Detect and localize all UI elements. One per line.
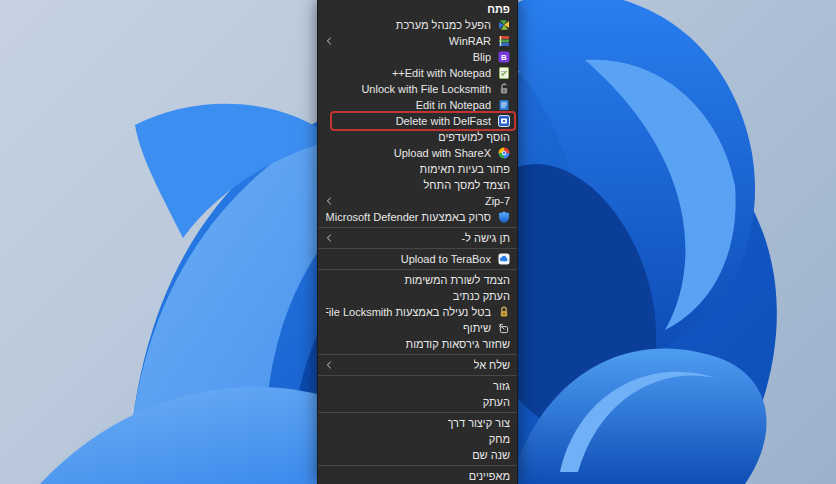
menu-item-label: בטל נעילה באמצעות File Locksmith xyxy=(326,304,491,320)
menu-item-restore-previous-versions[interactable]: שחזור גירסאות קודמות xyxy=(318,336,517,352)
notepad-plus-plus-icon xyxy=(498,67,510,79)
lock-icon xyxy=(498,306,510,318)
menu-item-label: שנה שם xyxy=(472,447,510,463)
menu-item-label: Blip xyxy=(473,49,491,65)
menu-item-disable-lock-with-file-locksmith[interactable]: בטל נעילה באמצעות File Locksmith xyxy=(318,304,517,320)
menu-item-label: הצמד למסך התחל xyxy=(423,177,510,193)
menu-item-label: פתור בעיות תאימות xyxy=(420,161,510,177)
menu-item-edit-with-notepad-plus-plus[interactable]: Edit with Notepad++ xyxy=(318,65,517,81)
run-as-admin-icon xyxy=(498,19,510,31)
menu-item-label: שלח אל xyxy=(474,357,510,373)
blip-icon: B xyxy=(498,51,510,63)
menu-separator xyxy=(318,375,517,376)
notepad-icon xyxy=(498,99,510,111)
terabox-icon xyxy=(498,253,510,265)
winrar-icon xyxy=(498,35,510,47)
menu-item-label: Edit in Notepad xyxy=(416,97,491,113)
menu-item-create-shortcut[interactable]: צור קיצור דרך xyxy=(318,415,517,431)
menu-item-label: פתח xyxy=(487,1,510,17)
share-icon xyxy=(498,322,510,334)
menu-item-edit-in-notepad[interactable]: Edit in Notepad xyxy=(318,97,517,113)
menu-separator xyxy=(318,465,517,466)
menu-item-label: Delete with DelFast xyxy=(396,113,491,129)
menu-item-properties[interactable]: מאפיינים xyxy=(318,468,517,484)
menu-item-cut[interactable]: גזור xyxy=(318,378,517,394)
menu-item-copy[interactable]: העתק xyxy=(318,394,517,410)
menu-item-pin-to-taskbar[interactable]: הצמד לשורת המשימות xyxy=(318,272,517,288)
desktop-screen: פתחהפעל כמנהל מערכתWinRARBBlipEdit with … xyxy=(0,0,836,484)
menu-item-run-as-admin[interactable]: הפעל כמנהל מערכת xyxy=(318,17,517,33)
menu-item-blip[interactable]: BBlip xyxy=(318,49,517,65)
menu-item-label: Unlock with File Locksmith xyxy=(361,81,491,97)
menu-item-label: הצמד לשורת המשימות xyxy=(404,272,510,288)
menu-item-label: הפעל כמנהל מערכת xyxy=(396,17,491,33)
submenu-chevron-icon xyxy=(326,360,333,370)
menu-item-upload-with-sharex[interactable]: Upload with ShareX xyxy=(318,145,517,161)
menu-item-label: שחזור גירסאות קודמות xyxy=(406,336,510,352)
menu-separator xyxy=(318,354,517,355)
menu-item-label: 7-Zip xyxy=(485,193,510,209)
menu-item-label: שיתוף xyxy=(463,320,491,336)
menu-item-label: Upload to TeraBox xyxy=(401,251,491,267)
menu-item-label: סרוק באמצעות Microsoft Defender... xyxy=(326,209,491,225)
menu-separator xyxy=(318,248,517,249)
menu-item-add-to-favorites[interactable]: הוסף למועדפים xyxy=(318,129,517,145)
menu-item-label: הוסף למועדפים xyxy=(438,129,510,145)
svg-text:B: B xyxy=(501,53,507,62)
menu-item-share[interactable]: שיתוף xyxy=(318,320,517,336)
menu-item-label: Edit with Notepad++ xyxy=(392,65,491,81)
submenu-chevron-icon xyxy=(326,36,333,46)
menu-item-label: WinRAR xyxy=(449,33,491,49)
menu-item-7-zip[interactable]: 7-Zip xyxy=(318,193,517,209)
menu-separator xyxy=(318,227,517,228)
sharex-icon xyxy=(498,147,510,159)
submenu-chevron-icon xyxy=(326,233,333,243)
menu-item-pin-to-start[interactable]: הצמד למסך התחל xyxy=(318,177,517,193)
menu-item-delete-with-delfast[interactable]: Delete with DelFast xyxy=(318,113,517,129)
menu-item-label: מאפיינים xyxy=(469,468,510,484)
menu-item-label: העתק כנתיב xyxy=(453,288,510,304)
menu-item-label: גזור xyxy=(493,378,510,394)
menu-item-give-access-to[interactable]: תן גישה ל- xyxy=(318,230,517,246)
menu-item-copy-as-path[interactable]: העתק כנתיב xyxy=(318,288,517,304)
menu-item-label: מחק xyxy=(489,431,510,447)
menu-item-rename[interactable]: שנה שם xyxy=(318,447,517,463)
defender-icon xyxy=(498,211,510,223)
menu-item-label: צור קיצור דרך xyxy=(448,415,510,431)
menu-separator xyxy=(318,412,517,413)
menu-item-label: Upload with ShareX xyxy=(394,145,491,161)
menu-item-open[interactable]: פתח xyxy=(318,1,517,17)
menu-item-winrar[interactable]: WinRAR xyxy=(318,33,517,49)
menu-item-upload-to-terabox[interactable]: Upload to TeraBox xyxy=(318,251,517,267)
menu-item-label: תן גישה ל- xyxy=(461,230,510,246)
unlock-icon xyxy=(498,83,510,95)
menu-item-delete[interactable]: מחק xyxy=(318,431,517,447)
menu-item-send-to[interactable]: שלח אל xyxy=(318,357,517,373)
menu-item-troubleshoot-compatibility[interactable]: פתור בעיות תאימות xyxy=(318,161,517,177)
submenu-chevron-icon xyxy=(326,196,333,206)
menu-item-label: העתק xyxy=(483,394,510,410)
menu-item-unlock-with-file-locksmith[interactable]: Unlock with File Locksmith xyxy=(318,81,517,97)
menu-separator xyxy=(318,269,517,270)
delfast-icon xyxy=(498,115,510,127)
context-menu: פתחהפעל כמנהל מערכתWinRARBBlipEdit with … xyxy=(317,0,518,484)
menu-item-scan-with-microsoft-defender[interactable]: סרוק באמצעות Microsoft Defender... xyxy=(318,209,517,225)
